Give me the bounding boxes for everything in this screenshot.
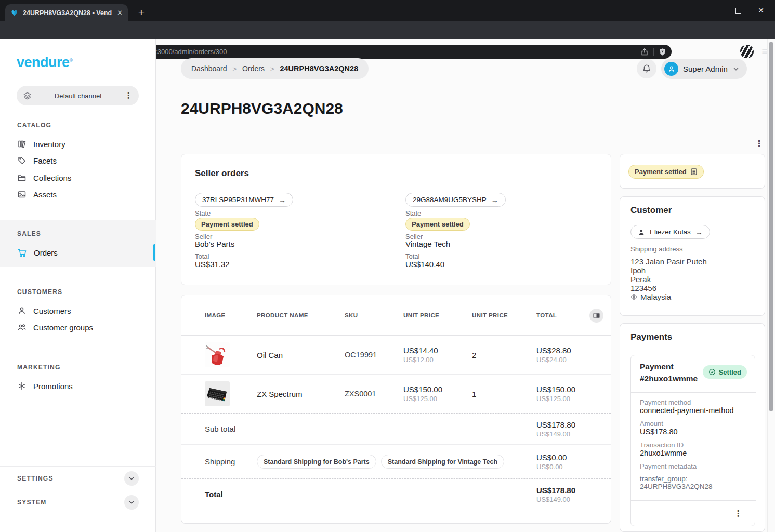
user-name: Super Admin	[683, 64, 728, 73]
shipping-method-pill[interactable]: Standard Shipping for Vintage Tech	[381, 455, 504, 469]
close-window-button[interactable]: ✕	[751, 3, 771, 18]
section-sales: SALES	[17, 230, 41, 237]
order-state-card: Payment settled	[620, 154, 765, 189]
product-name: ZX Spectrum	[257, 390, 345, 398]
product-name: Oil Can	[257, 351, 345, 360]
folder-icon	[17, 173, 27, 182]
new-tab-button[interactable]: +	[134, 5, 149, 20]
col-unit-price: UNIT PRICE	[403, 312, 472, 318]
payment-method-value: connected-payment-method	[640, 406, 734, 415]
sidebar-item-promotions[interactable]: Promotions	[0, 378, 156, 394]
sidebar-item-facets[interactable]: Facets	[0, 152, 156, 169]
sidebar-item-customers[interactable]: Customers	[0, 302, 156, 319]
browser-tab[interactable]: 24URPH8VG3A2QN28 • Vendure ✕	[5, 4, 128, 21]
order-state-badge[interactable]: Payment settled	[628, 165, 704, 179]
payment-label: Payment	[640, 362, 674, 371]
breadcrumb-current: 24URPH8VG3A2QN28	[280, 64, 358, 73]
tag-icon	[17, 156, 27, 165]
table-row[interactable]: ZX Spectrum ZXS0001 US$150.00US$125.00 1…	[181, 375, 611, 414]
column-settings-button[interactable]	[589, 309, 603, 323]
order-total-label: Total	[205, 490, 257, 499]
table-header-row: IMAGE PRODUCT NAME SKU UNIT PRICE UNIT P…	[181, 295, 611, 336]
payment-method-label: Payment method	[640, 398, 691, 406]
vendure-logo[interactable]: vendure®	[17, 55, 73, 71]
person-icon	[17, 306, 27, 315]
user-avatar-icon	[667, 65, 676, 73]
sidebar-item-orders[interactable]: Orders	[0, 244, 156, 261]
unit-price-old: US$12.00	[403, 356, 472, 364]
payment-id: #2huxo1wmme	[640, 374, 698, 383]
sidebar-item-collections[interactable]: Collections	[0, 169, 156, 186]
channel-selector[interactable]: Default channel ⋮	[17, 86, 139, 105]
col-sku: SKU	[345, 312, 403, 318]
system-expand-button[interactable]	[124, 495, 139, 510]
image-icon	[17, 190, 27, 199]
metadata-value: 24URPH8VG3A2QN28	[640, 483, 713, 490]
oil-can-image	[205, 342, 230, 367]
address-postal: 123456	[630, 284, 656, 292]
order-lines-table: IMAGE PRODUCT NAME SKU UNIT PRICE UNIT P…	[181, 295, 611, 524]
sidebar-item-label: Assets	[33, 190, 57, 199]
url-bar[interactable]: ! localhost:3000/admin/orders/300	[108, 45, 672, 59]
chevron-right-icon: >	[270, 65, 274, 73]
shipping-label: Shipping	[205, 457, 257, 466]
address-street: 123 Jalan Pasir Puteh	[630, 257, 707, 266]
breadcrumb: Dashboard > Orders > 24URPH8VG3A2QN28	[181, 58, 369, 79]
channel-kebab-icon[interactable]: ⋮	[124, 91, 133, 100]
shipping-address-label: Shipping address	[630, 245, 682, 253]
payments-title: Payments	[630, 332, 672, 342]
customer-link[interactable]: Eliezer Kulas →	[630, 225, 710, 239]
browser-toolbar: ! localhost:3000/admin/orders/300 ≡	[0, 21, 775, 39]
line-total-old: US$125.00	[536, 395, 602, 403]
scrollbar-thumb[interactable]	[769, 42, 773, 411]
shipping-old: US$0.00	[536, 463, 602, 471]
cart-icon	[17, 248, 27, 258]
address-country: Malaysia	[640, 292, 671, 301]
sidebar-item-inventory[interactable]: Inventory	[0, 136, 156, 152]
brave-shield-icon[interactable]	[659, 48, 666, 56]
seller-order-link[interactable]: 37RLSP95P31MWH77 →	[195, 193, 293, 207]
sidebar: vendure® Default channel ⋮ CATALOG Inven…	[0, 39, 156, 532]
seller-order-link[interactable]: 29G88AM9UG5BYSHP →	[405, 193, 506, 207]
divider	[631, 500, 756, 501]
minimize-button[interactable]: –	[705, 3, 726, 18]
order-total-value: US$178.80	[536, 486, 602, 495]
content-kebab-icon[interactable]: ⋮	[755, 139, 764, 148]
seller-order-total: US$140.40	[405, 260, 444, 269]
shipping-method-pill[interactable]: Standard Shipping for Bob's Parts	[257, 455, 376, 469]
payment-kebab-icon[interactable]: ⋮	[734, 510, 742, 518]
sidebar-item-customer-groups[interactable]: Customer groups	[0, 319, 156, 336]
columns-icon	[593, 312, 600, 320]
shipping-value: US$0.00	[536, 453, 602, 462]
user-avatar	[664, 62, 678, 76]
sidebar-item-label: Promotions	[33, 382, 73, 391]
divider	[631, 392, 756, 393]
share-icon[interactable]	[640, 48, 649, 56]
table-row[interactable]: Oil Can OC19991 US$14.40US$12.00 2 US$28…	[181, 336, 611, 375]
sidebar-item-label: Facets	[33, 156, 57, 165]
globe-icon	[630, 294, 637, 300]
tab-close-icon[interactable]: ✕	[117, 9, 123, 17]
subtotal-label: Sub total	[205, 424, 345, 433]
metadata-key: transfer_group:	[640, 475, 688, 483]
section-catalog: CATALOG	[17, 122, 51, 129]
transaction-id-label: Transaction ID	[640, 441, 684, 449]
sidebar-item-assets[interactable]: Assets	[0, 186, 156, 203]
order-total-old: US$149.00	[536, 496, 602, 503]
history-icon	[690, 168, 698, 176]
notifications-button[interactable]	[637, 59, 656, 78]
breadcrumb-orders[interactable]: Orders	[242, 64, 265, 73]
profile-avatar[interactable]	[740, 45, 754, 58]
maximize-button[interactable]	[728, 3, 748, 18]
user-menu[interactable]: Super Admin	[661, 59, 747, 79]
arrow-right-icon: →	[491, 196, 498, 204]
people-icon	[17, 323, 27, 332]
state-badge: Payment settled	[405, 218, 470, 231]
total-label: Total	[195, 252, 209, 260]
breadcrumb-dashboard[interactable]: Dashboard	[191, 64, 227, 73]
state-label: State	[195, 209, 211, 217]
product-sku: OC19991	[345, 351, 403, 359]
settings-expand-button[interactable]	[124, 471, 139, 486]
sidebar-divider	[0, 466, 156, 467]
chevron-right-icon: >	[233, 65, 237, 73]
